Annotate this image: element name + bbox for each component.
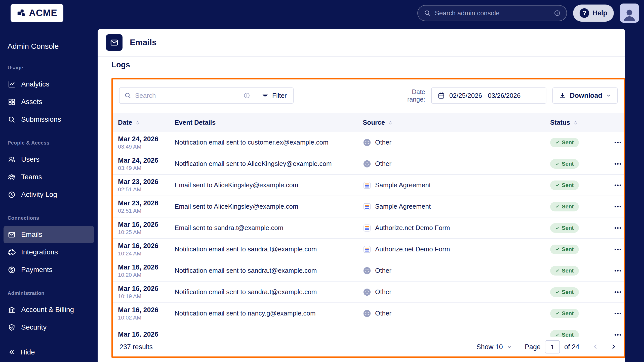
help-button[interactable]: ? Help (573, 5, 614, 22)
row-date: Mar 16, 2026 (118, 331, 158, 337)
sort-icon[interactable] (135, 120, 140, 125)
status-badge: Sent (550, 245, 579, 254)
logs-search-box (119, 87, 255, 104)
table-row[interactable]: Mar 24, 2026 03:49 AM Notification email… (113, 132, 624, 153)
pagination-bar: 237 results Show 10 Page of 24 (113, 337, 624, 356)
row-event: Notification email sent to sandra.t@exam… (175, 267, 363, 275)
column-header-source[interactable]: Source (363, 119, 550, 126)
row-actions-button[interactable] (612, 179, 624, 191)
row-actions-button[interactable] (612, 201, 624, 212)
next-page-button[interactable] (610, 343, 617, 351)
hide-sidebar-button[interactable]: Hide (0, 348, 43, 356)
sort-icon[interactable] (573, 120, 578, 125)
sidebar-item-teams[interactable]: Teams (4, 168, 94, 186)
sidebar-item-account-billing[interactable]: Account & Billing (4, 301, 94, 319)
check-icon (555, 268, 559, 273)
results-count: 237 results (119, 343, 153, 351)
pager (592, 343, 617, 351)
row-actions-cell (612, 179, 624, 191)
row-status-cell: Sent (550, 330, 612, 337)
row-time: 03:49 AM (118, 165, 141, 171)
download-button[interactable]: Download (552, 87, 618, 104)
row-date: Mar 16, 2026 (118, 221, 158, 229)
toolbar-right: Date range: 02/25/2026 - 03/26/2026 Down (407, 87, 618, 104)
search-icon (424, 10, 431, 17)
table-row[interactable]: Mar 16, 2026 10:19 AM Notification email… (113, 282, 624, 303)
sidebar-footer: Hide (0, 342, 98, 362)
prev-page-button[interactable] (592, 343, 599, 351)
content-card: Emails Logs (98, 29, 625, 362)
date-range-value: 02/25/2026 - 03/26/2026 (449, 92, 520, 100)
logs-search-input[interactable] (135, 92, 240, 100)
chevron-right-icon (610, 343, 617, 350)
table-row[interactable]: Mar 23, 2026 02:51 AM Email sent to Alic… (113, 196, 624, 217)
row-source-cell: Other (363, 160, 550, 168)
page-group: Page of 24 (525, 340, 579, 353)
sidebar-item-label: Teams (21, 173, 42, 181)
sidebar-item-users[interactable]: Users (4, 151, 94, 168)
table-row[interactable]: Mar 16, 2026 10:25 AM Email sent to sand… (113, 217, 624, 239)
row-actions-button[interactable] (612, 158, 624, 170)
row-status-cell: Sent (550, 202, 612, 211)
filter-button[interactable]: Filter (255, 87, 294, 104)
page-total: of 24 (564, 343, 579, 351)
security-icon (8, 324, 16, 331)
form-icon (363, 202, 371, 211)
column-header-date[interactable]: Date (118, 119, 175, 126)
column-header-status[interactable]: Status (550, 119, 612, 126)
admin-search-input[interactable] (435, 9, 550, 17)
page-input[interactable] (545, 340, 560, 353)
info-icon[interactable] (554, 10, 560, 16)
download-label: Download (570, 92, 602, 100)
status-label: Sent (562, 225, 574, 231)
sidebar-item-payments[interactable]: Payments (4, 261, 94, 279)
row-date-cell: Mar 24, 2026 03:49 AM (118, 135, 175, 150)
row-event: Email sent to AliceKingsley@example.com (175, 203, 363, 210)
table-row[interactable]: Mar 16, 2026 10:24 AM Notification email… (113, 239, 624, 260)
table-row[interactable]: Mar 16, 2026 Sent (113, 324, 624, 337)
row-actions-button[interactable] (612, 329, 624, 337)
row-date: Mar 24, 2026 (118, 135, 158, 143)
assets-icon (8, 98, 16, 106)
analytics-icon (8, 80, 16, 88)
row-date-cell: Mar 24, 2026 03:49 AM (118, 157, 175, 171)
sidebar-item-assets[interactable]: Assets (4, 93, 94, 111)
acme-logo[interactable]: ACME (11, 4, 63, 22)
row-actions-button[interactable] (612, 137, 624, 148)
check-icon (555, 290, 559, 294)
row-actions-button[interactable] (612, 222, 624, 234)
row-actions-button[interactable] (612, 308, 624, 319)
table-row[interactable]: Mar 23, 2026 02:51 AM Email sent to Alic… (113, 175, 624, 196)
page-size-select[interactable]: Show 10 (476, 343, 512, 351)
row-event: Notification email sent to nancy.g@examp… (175, 309, 363, 317)
avatar[interactable] (620, 4, 639, 23)
sort-icon[interactable] (388, 120, 393, 125)
sidebar-item-integrations[interactable]: Integrations (4, 243, 94, 261)
row-actions-button[interactable] (612, 244, 624, 255)
row-actions-button[interactable] (612, 286, 624, 298)
sidebar-item-submissions[interactable]: Submissions (4, 111, 94, 128)
status-badge: Sent (550, 266, 579, 276)
row-time: 10:25 AM (118, 229, 141, 235)
sidebar-item-activity-log[interactable]: Activity Log (4, 186, 94, 203)
table-row[interactable]: Mar 24, 2026 03:49 AM Notification email… (113, 153, 624, 175)
sidebar-item-security[interactable]: Security (4, 319, 94, 336)
info-icon[interactable] (244, 92, 250, 99)
search-filter-group: Filter (119, 87, 294, 104)
table-row[interactable]: Mar 16, 2026 10:02 AM Notification email… (113, 303, 624, 324)
column-label: Event Details (175, 119, 216, 126)
sidebar-item-emails[interactable]: Emails (4, 226, 94, 243)
row-source-cell: Sample Agreement (363, 202, 550, 211)
sidebar-item-analytics[interactable]: Analytics (4, 75, 94, 93)
date-range-label: Date range: (407, 88, 425, 103)
table-row[interactable]: Mar 16, 2026 10:20 AM Notification email… (113, 260, 624, 282)
users-icon (8, 156, 16, 163)
row-actions-button[interactable] (612, 265, 624, 277)
sidebar-item-label: Integrations (21, 248, 58, 256)
check-icon (555, 140, 559, 145)
row-date: Mar 16, 2026 (118, 306, 158, 314)
row-source-cell: Other (363, 309, 550, 318)
row-source-cell: Other (363, 138, 550, 147)
admin-search-box (417, 5, 567, 21)
date-range-picker[interactable]: 02/25/2026 - 03/26/2026 (431, 87, 546, 104)
